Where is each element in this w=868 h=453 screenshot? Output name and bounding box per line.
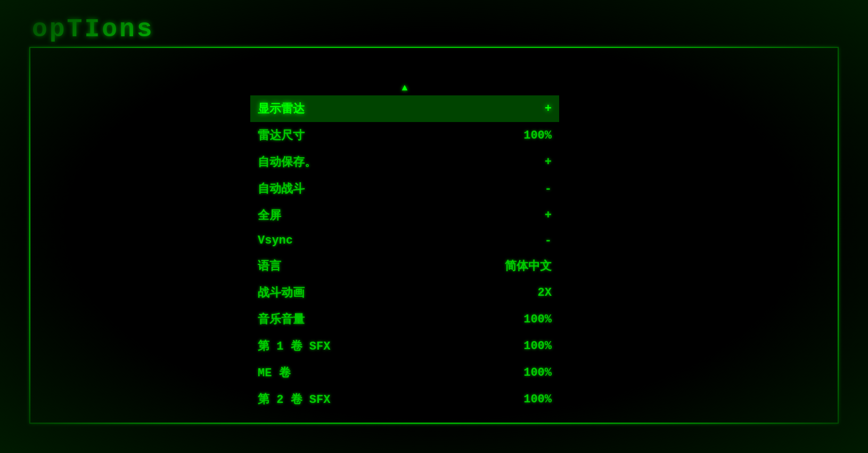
menu-item-value: 100% xyxy=(509,339,552,353)
menu-item-value: 2X xyxy=(509,286,552,300)
menu-row[interactable]: 第 2 卷 SFX100% xyxy=(250,386,559,412)
menu-item-value: - xyxy=(509,182,552,196)
menu-row[interactable]: 音乐音量100% xyxy=(250,306,559,333)
menu-item-value: + xyxy=(509,156,552,169)
menu-item-label: ME 卷 xyxy=(258,365,509,381)
menu-item-value: 100% xyxy=(509,366,552,379)
scroll-arrow-up: ▲ xyxy=(250,83,559,93)
menu-row[interactable]: 战斗动画2X xyxy=(250,279,559,306)
menu-item-label: 显示雷达 xyxy=(258,101,509,117)
menu-item-label: 战斗动画 xyxy=(258,285,509,301)
menu-row[interactable]: 语言简体中文 xyxy=(250,253,559,279)
menu-row[interactable]: 自动保存。+ xyxy=(250,149,559,175)
menu-item-value: + xyxy=(509,102,552,116)
screen: opTIons ▲ 显示雷达+雷达尺寸100%自动保存。+自动战斗-全屏+Vsy… xyxy=(0,0,868,453)
menu-row[interactable]: 自动战斗- xyxy=(250,175,559,202)
menu-row[interactable]: 雷达尺寸100% xyxy=(250,122,559,149)
menu-row[interactable]: 第 1 卷 SFX100% xyxy=(250,333,559,359)
page-title: opTIons xyxy=(32,15,154,44)
menu-list: 显示雷达+雷达尺寸100%自动保存。+自动战斗-全屏+Vsync-语言简体中文战… xyxy=(250,95,559,412)
menu-item-value: - xyxy=(509,234,552,247)
menu-item-label: 雷达尺寸 xyxy=(258,127,509,143)
menu-item-value: 100% xyxy=(509,313,552,326)
menu-item-label: 语言 xyxy=(258,258,505,274)
menu-item-label: 全屏 xyxy=(258,207,509,223)
menu-item-label: 第 1 卷 SFX xyxy=(258,338,509,354)
menu-row[interactable]: 显示雷达+ xyxy=(250,95,559,122)
menu-item-label: 自动保存。 xyxy=(258,154,509,170)
menu-item-label: Vsync xyxy=(258,234,509,247)
menu-item-value: 100% xyxy=(509,129,552,142)
menu-item-value: 100% xyxy=(509,393,552,406)
menu-item-label: 音乐音量 xyxy=(258,311,509,327)
menu-row[interactable]: ME 卷100% xyxy=(250,359,559,386)
menu-row[interactable]: Vsync- xyxy=(250,229,559,253)
menu-item-value: + xyxy=(509,209,552,222)
menu-item-value: 简体中文 xyxy=(505,258,552,274)
menu-item-label: 自动战斗 xyxy=(258,181,509,197)
menu-row[interactable]: 全屏+ xyxy=(250,202,559,229)
menu-container: ▲ 显示雷达+雷达尺寸100%自动保存。+自动战斗-全屏+Vsync-语言简体中… xyxy=(250,83,559,412)
menu-item-label: 第 2 卷 SFX xyxy=(258,391,509,407)
